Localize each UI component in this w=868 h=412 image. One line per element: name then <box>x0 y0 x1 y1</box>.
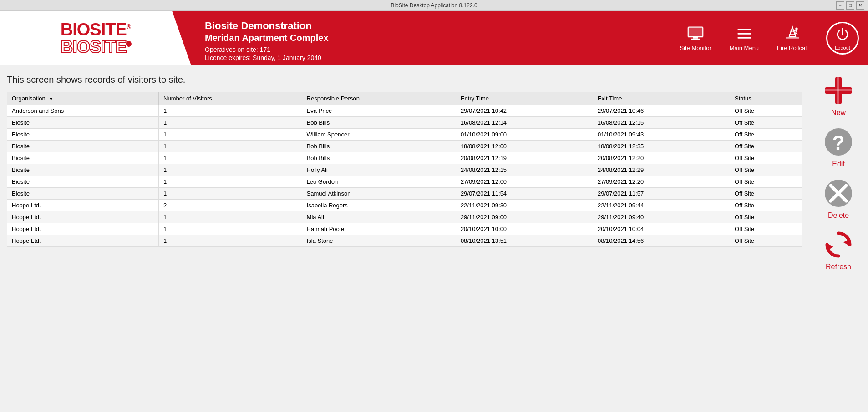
cell-exit: 22/11/2021 09:44 <box>593 200 730 211</box>
licence-expiry: Licence expires: Sunday, 1 January 2040 <box>205 54 657 61</box>
svg-rect-4 <box>738 29 751 30</box>
table-row[interactable]: Anderson and Sons 1 Eva Price 29/07/2021… <box>7 105 802 117</box>
sort-arrow-org: ▼ <box>49 96 53 101</box>
edit-button[interactable]: ? Edit <box>813 124 863 171</box>
cell-status: Off Site <box>730 152 802 164</box>
cell-organisation: Biosite <box>7 117 159 129</box>
table-row[interactable]: Hoppe Ltd. 1 Hannah Poole 20/10/2021 10:… <box>7 223 802 235</box>
cell-responsible: Holly Ali <box>302 164 456 176</box>
monitor-icon <box>687 25 704 42</box>
refresh-button[interactable]: Refresh <box>813 226 863 273</box>
main-menu-button[interactable]: Main Menu <box>721 11 768 65</box>
col-exit: Exit Time <box>593 92 730 105</box>
cell-visitors: 1 <box>159 235 302 247</box>
table-row[interactable]: Biosite 1 Leo Gordon 27/09/2021 12:00 27… <box>7 176 802 188</box>
cell-organisation: Biosite <box>7 141 159 152</box>
cell-entry: 20/10/2021 10:00 <box>456 223 593 235</box>
logo-biosite-bottom: BIOSITE® <box>61 38 131 55</box>
operatives-count: Operatives on site: 171 <box>205 46 657 53</box>
table-row[interactable]: Biosite 1 Samuel Atkinson 29/07/2021 11:… <box>7 188 802 200</box>
new-button[interactable]: New <box>813 72 863 119</box>
header: BIOSITE® BIOSITE® Biosite Demonstration … <box>0 11 868 65</box>
cell-status: Off Site <box>730 176 802 188</box>
cell-entry: 27/09/2021 12:00 <box>456 176 593 188</box>
svg-rect-1 <box>693 37 698 39</box>
cell-organisation: Biosite <box>7 129 159 141</box>
close-button[interactable]: ✕ <box>856 1 864 10</box>
table-row[interactable]: Hoppe Ltd. 1 Isla Stone 08/10/2021 13:51… <box>7 235 802 247</box>
col-entry: Entry Time <box>456 92 593 105</box>
cell-visitors: 1 <box>159 105 302 117</box>
cell-status: Off Site <box>730 235 802 247</box>
table-row[interactable]: Hoppe Ltd. 1 Mia Ali 29/11/2021 09:00 29… <box>7 211 802 223</box>
company-name: Biosite Demonstration <box>205 20 657 32</box>
cell-exit: 29/07/2021 10:46 <box>593 105 730 117</box>
cell-exit: 18/08/2021 12:35 <box>593 141 730 152</box>
cell-organisation: Biosite <box>7 188 159 200</box>
logout-icon <box>834 26 851 42</box>
cell-visitors: 1 <box>159 211 302 223</box>
delete-label: Delete <box>828 211 849 220</box>
cell-responsible: Bob Bills <box>302 141 456 152</box>
svg-rect-2 <box>691 38 700 39</box>
table-row[interactable]: Biosite 1 Bob Bills 18/08/2021 12:00 18/… <box>7 141 802 152</box>
refresh-label: Refresh <box>826 263 851 271</box>
cell-responsible: Isabella Rogers <box>302 200 456 211</box>
delete-icon <box>822 177 854 209</box>
maximize-button[interactable]: □ <box>846 1 854 10</box>
site-name: Meridan Apartment Complex <box>205 33 657 43</box>
visitors-table: Organisation ▼ Number of Visitors Respon… <box>7 92 802 247</box>
table-row[interactable]: Biosite 1 Holly Ali 24/08/2021 12:15 24/… <box>7 164 802 176</box>
fire-rollcall-icon <box>784 25 801 42</box>
cell-exit: 24/08/2021 12:29 <box>593 164 730 176</box>
cell-organisation: Biosite <box>7 164 159 176</box>
cell-status: Off Site <box>730 164 802 176</box>
delete-button[interactable]: Delete <box>813 175 863 222</box>
cell-visitors: 1 <box>159 176 302 188</box>
cell-exit: 08/10/2021 14:56 <box>593 235 730 247</box>
cell-organisation: Hoppe Ltd. <box>7 223 159 235</box>
table-row[interactable]: Hoppe Ltd. 2 Isabella Rogers 22/11/2021 … <box>7 200 802 211</box>
cell-entry: 29/07/2021 11:54 <box>456 188 593 200</box>
logout-button[interactable]: Logout <box>826 22 859 55</box>
table-row[interactable]: Biosite 1 Bob Bills 16/08/2021 12:14 16/… <box>7 117 802 129</box>
new-label: New <box>831 109 846 117</box>
cell-exit: 27/09/2021 12:20 <box>593 176 730 188</box>
main-content: This screen shows records of visitors to… <box>0 65 868 412</box>
svg-marker-8 <box>789 27 796 37</box>
svg-rect-6 <box>738 37 751 39</box>
cell-visitors: 1 <box>159 152 302 164</box>
header-info: Biosite Demonstration Meridan Apartment … <box>191 11 670 65</box>
site-monitor-label: Site Monitor <box>680 45 711 51</box>
cell-responsible: Mia Ali <box>302 211 456 223</box>
cell-responsible: Leo Gordon <box>302 176 456 188</box>
svg-rect-5 <box>738 33 751 35</box>
table-row[interactable]: Biosite 1 Bob Bills 20/08/2021 12:19 20/… <box>7 152 802 164</box>
cell-entry: 29/11/2021 09:00 <box>456 211 593 223</box>
cell-status: Off Site <box>730 129 802 141</box>
cell-visitors: 1 <box>159 141 302 152</box>
cell-status: Off Site <box>730 117 802 129</box>
main-menu-label: Main Menu <box>730 45 759 51</box>
cell-entry: 22/11/2021 09:30 <box>456 200 593 211</box>
cell-status: Off Site <box>730 211 802 223</box>
edit-label: Edit <box>832 160 845 168</box>
cell-visitors: 1 <box>159 129 302 141</box>
cell-responsible: Isla Stone <box>302 235 456 247</box>
table-row[interactable]: Biosite 1 William Spencer 01/10/2021 09:… <box>7 129 802 141</box>
logout-label: Logout <box>835 45 850 50</box>
col-organisation[interactable]: Organisation ▼ <box>7 92 159 105</box>
col-responsible: Responsible Person <box>302 92 456 105</box>
header-actions: Site Monitor Main Menu <box>670 11 868 65</box>
svg-line-15 <box>796 33 797 35</box>
cell-visitors: 1 <box>159 117 302 129</box>
menu-icon <box>736 25 752 42</box>
edit-icon: ? <box>822 126 854 158</box>
site-monitor-button[interactable]: Site Monitor <box>670 11 720 65</box>
fire-rollcall-button[interactable]: Fire Rollcall <box>768 11 817 65</box>
cell-organisation: Anderson and Sons <box>7 105 159 117</box>
svg-text:?: ? <box>832 131 845 154</box>
refresh-icon <box>822 229 854 261</box>
minimize-button[interactable]: － <box>836 1 844 10</box>
cell-responsible: Bob Bills <box>302 117 456 129</box>
